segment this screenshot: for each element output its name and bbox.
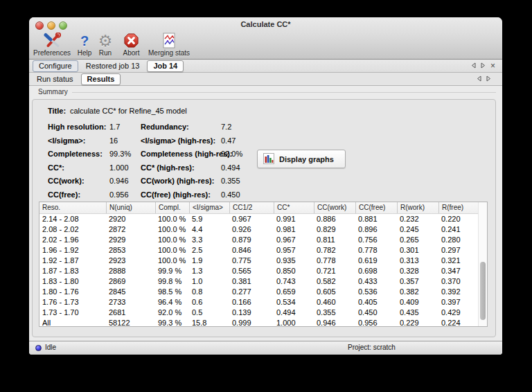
summary-section-label: Summary — [38, 88, 68, 96]
cell-cc12: 0.277 — [229, 287, 274, 297]
display-graphs-button[interactable]: Display graphs — [257, 150, 346, 168]
summary-label: CC(work): — [48, 175, 109, 188]
cell-nuniq: 2869 — [106, 276, 155, 287]
cell-cc12: 0.775 — [229, 256, 274, 266]
cell-isigma: 1.0 — [189, 276, 229, 287]
cell-ccwork: 0.355 — [314, 308, 355, 318]
summary-label-highres: Redundancy: — [141, 121, 221, 134]
cell-ccwork: 0.778 — [314, 256, 355, 266]
toolbar-item-label: Abort — [123, 49, 140, 57]
column-header-cc12[interactable]: CC1/2 — [229, 202, 274, 213]
title-value: calculate CC* for Refine_45 model — [70, 106, 343, 116]
table-row[interactable]: 1.73 - 1.70 2681 92.0 % 0.5 0.139 0.494 … — [39, 308, 487, 318]
table-row[interactable]: 2.14 - 2.08 2920 100.0 % 5.9 0.967 0.991… — [39, 214, 487, 224]
cell-rwork: 0.245 — [397, 224, 438, 235]
cell-nuniq: 58122 — [106, 318, 155, 327]
tab-restored-job-13[interactable]: Restored job 13 — [80, 60, 146, 72]
result-tab-bar: Run status Results — [29, 73, 502, 86]
help-button[interactable]: ? Help — [75, 32, 94, 58]
cell-ccfree: 0.778 — [355, 245, 397, 256]
table-scrollbar[interactable] — [478, 202, 487, 326]
cell-rwork: 0.313 — [397, 256, 438, 266]
cell-rwork: 0.382 — [397, 287, 438, 297]
cell-rwork: 0.229 — [397, 318, 438, 327]
window-title: Calculate CC* — [29, 20, 502, 28]
tab-scroll-right-icon[interactable] — [481, 62, 486, 70]
cell-ccstar: 0.957 — [274, 245, 314, 256]
toolbar-item-label: Help — [78, 49, 92, 57]
table-scrollbar-thumb[interactable] — [480, 262, 486, 320]
status-indicator-icon — [35, 345, 42, 351]
table-row[interactable]: 1.80 - 1.76 2845 98.5 % 0.8 0.277 0.659 … — [39, 287, 487, 297]
titlebar[interactable]: Calculate CC* — [29, 17, 502, 32]
tab-close-icon[interactable]: × — [490, 62, 495, 69]
table-row[interactable]: All 58122 99.3 % 15.8 0.999 1.000 0.946 … — [39, 318, 487, 327]
cell-isigma: 3.3 — [189, 235, 229, 245]
run-button[interactable]: ⚙ Run — [96, 32, 115, 58]
column-header-ccwork[interactable]: CC(work) — [314, 202, 355, 213]
cell-cc12: 0.381 — [229, 276, 274, 287]
table-row[interactable]: 2.02 - 1.96 2929 100.0 % 3.3 0.879 0.967… — [39, 235, 487, 245]
cell-compl: 98.5 % — [155, 287, 189, 297]
column-header-compl[interactable]: Compl. — [155, 202, 189, 213]
desktop-background: Calculate CC* Preferences ? — [0, 0, 532, 392]
tab-configure[interactable]: Configure — [33, 60, 78, 72]
cell-ccwork: 0.582 — [314, 276, 355, 287]
cell-ccwork: 0.460 — [314, 297, 355, 308]
table-row[interactable]: 1.96 - 1.92 2853 100.0 % 2.5 0.846 0.957… — [39, 245, 487, 256]
tab-scroll-left-icon[interactable] — [471, 62, 476, 70]
cell-reso: 1.76 - 1.73 — [39, 297, 106, 308]
tab-job-14[interactable]: Job 14 — [147, 60, 184, 72]
column-header-reso[interactable]: Reso. — [39, 202, 106, 213]
column-header-isigma[interactable]: <I/sigma> — [189, 202, 229, 213]
subtab-scroll-left-icon[interactable] — [477, 75, 481, 83]
summary-label: High resolution: — [48, 121, 109, 134]
cell-cc12: 0.565 — [229, 266, 274, 276]
cell-ccwork: 0.605 — [314, 287, 355, 297]
table-row[interactable]: 1.92 - 1.87 2923 100.0 % 1.9 0.775 0.935… — [39, 256, 487, 266]
subtab-scroll-right-icon[interactable] — [486, 75, 491, 83]
tab-run-status[interactable]: Run status — [30, 73, 80, 85]
cell-rwork: 0.409 — [397, 297, 438, 308]
cell-rwork: 0.301 — [397, 245, 438, 256]
merging-stats-button[interactable]: Merging stats — [143, 32, 195, 58]
table-row[interactable]: 1.87 - 1.83 2888 99.9 % 1.3 0.565 0.850 … — [39, 266, 487, 276]
cell-ccfree: 0.450 — [355, 308, 397, 318]
cell-ccwork: 0.782 — [314, 245, 355, 256]
abort-button[interactable]: Abort — [120, 32, 143, 58]
display-graphs-label: Display graphs — [279, 155, 334, 163]
cell-ccwork: 0.886 — [314, 214, 355, 224]
cell-ccwork: 0.946 — [314, 318, 355, 327]
cell-reso: 1.96 - 1.92 — [39, 245, 106, 256]
cell-ccfree: 0.698 — [355, 266, 397, 276]
column-header-ccstar[interactable]: CC* — [274, 202, 314, 213]
column-header-rwork[interactable]: R(work) — [397, 202, 438, 213]
table-row[interactable]: 1.83 - 1.80 2869 99.8 % 1.0 0.381 0.743 … — [39, 276, 487, 287]
toolbar: Preferences ? Help ⚙ Run — [29, 32, 502, 59]
results-content: Summary Title: calculate CC* for Refine_… — [29, 86, 502, 344]
cell-ccwork: 0.721 — [314, 266, 355, 276]
cell-nuniq: 2888 — [106, 266, 155, 276]
cell-ccstar: 1.000 — [274, 318, 314, 327]
cell-rwork: 0.232 — [397, 214, 438, 224]
column-header-nuniq[interactable]: N(uniq) — [106, 202, 155, 213]
cell-rwork: 0.435 — [397, 308, 438, 318]
cell-ccfree: 0.881 — [355, 214, 397, 224]
column-header-ccfree[interactable]: CC(free) — [355, 202, 397, 213]
summary-label-highres: Completeness (high-res): — [141, 148, 221, 161]
tab-results[interactable]: Results — [81, 73, 121, 85]
cell-cc12: 0.967 — [229, 214, 274, 224]
tab-nav-controls: × — [471, 60, 495, 72]
cell-reso: 2.08 - 2.02 — [39, 224, 106, 235]
table-row[interactable]: 2.08 - 2.02 2872 100.0 % 4.4 0.926 0.981… — [39, 224, 487, 235]
summary-label-highres: CC(work) (high-res): — [141, 175, 221, 188]
job-tab-bar: Configure Restored job 13 Job 14 × — [29, 60, 502, 73]
summary-value: 0.946 — [109, 175, 141, 188]
table-row[interactable]: 1.76 - 1.73 2733 96.4 % 0.6 0.166 0.534 … — [39, 297, 487, 308]
summary-label: CC(free): — [48, 188, 109, 202]
preferences-button[interactable]: Preferences — [32, 32, 72, 58]
cell-ccwork: 0.829 — [314, 224, 355, 235]
cell-ccstar: 0.991 — [274, 214, 314, 224]
cell-ccstar: 0.850 — [274, 266, 314, 276]
cell-cc12: 0.926 — [229, 224, 274, 235]
